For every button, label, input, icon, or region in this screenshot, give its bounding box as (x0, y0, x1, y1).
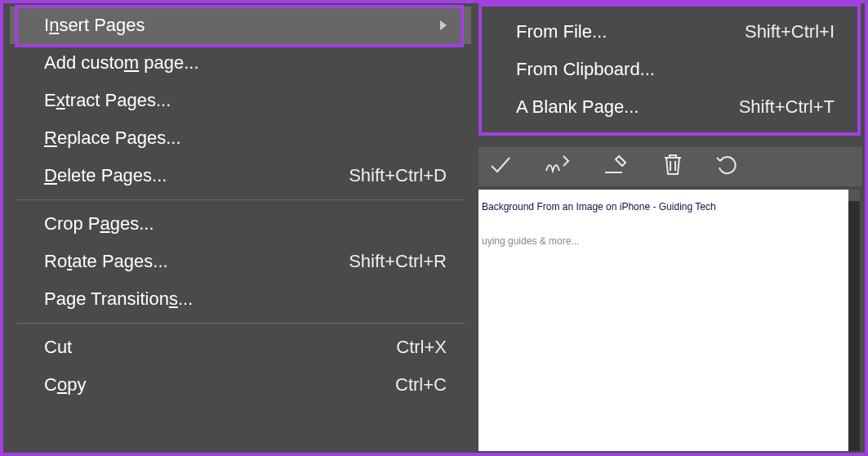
menu-item-crop-pages[interactable]: Crop Pages... (10, 205, 471, 243)
menu-item-rotate-pages[interactable]: Rotate Pages... Shift+Ctrl+R (10, 243, 471, 280)
menu-label: From File... (516, 21, 607, 42)
menu-item-insert-pages[interactable]: Insert Pages (10, 7, 471, 44)
document-page: Background From an Image on iPhone - Gui… (479, 190, 852, 451)
menu-label: Delete Pages... (44, 165, 167, 186)
vertical-scrollbar[interactable] (848, 190, 860, 451)
menu-label: Rotate Pages... (44, 251, 168, 272)
menu-item-copy[interactable]: Copy Ctrl+C (10, 366, 471, 404)
trash-icon[interactable] (661, 153, 684, 181)
menu-label: Page Transitions... (44, 288, 193, 310)
menu-label: Add custom page... (44, 52, 199, 74)
shortcut-text: Ctrl+X (396, 337, 447, 358)
menu-item-page-transitions[interactable]: Page Transitions... (10, 280, 471, 318)
menu-label: Copy (44, 374, 86, 396)
menu-label: Extract Pages... (44, 90, 171, 111)
menu-label: From Clipboard... (516, 59, 655, 80)
context-menu: Insert Pages Add custom page... Extract … (10, 3, 471, 404)
menu-item-extract-pages[interactable]: Extract Pages... (10, 82, 471, 119)
submenu-item-from-clipboard[interactable]: From Clipboard... (482, 51, 857, 88)
menu-label: Crop Pages... (44, 213, 154, 235)
menu-item-delete-pages[interactable]: Delete Pages... Shift+Ctrl+D (10, 157, 471, 194)
menu-item-cut[interactable]: Cut Ctrl+X (10, 329, 471, 366)
menu-item-replace-pages[interactable]: Replace Pages... (10, 119, 471, 157)
check-icon[interactable] (488, 153, 513, 181)
menu-label: A Blank Page... (516, 96, 639, 118)
menu-item-add-custom-page[interactable]: Add custom page... (10, 44, 471, 82)
insert-pages-submenu: From File... Shift+Ctrl+I From Clipboard… (479, 3, 861, 136)
menu-label: Replace Pages... (44, 127, 181, 149)
menu-separator (16, 323, 465, 324)
toolbar (479, 147, 862, 186)
draw-icon[interactable] (603, 153, 630, 181)
submenu-item-from-file[interactable]: From File... Shift+Ctrl+I (482, 13, 857, 51)
shortcut-text: Shift+Ctrl+R (349, 251, 447, 272)
shortcut-text: Shift+Ctrl+I (745, 21, 835, 42)
document-subtext: uying guides & more... (479, 235, 852, 247)
submenu-arrow-icon (440, 20, 447, 30)
submenu-item-blank-page[interactable]: A Blank Page... Shift+Ctrl+T (482, 88, 857, 126)
shortcut-text: Shift+Ctrl+T (739, 96, 835, 118)
sign-icon[interactable] (544, 153, 572, 181)
shortcut-text: Ctrl+C (395, 374, 447, 396)
shortcut-text: Shift+Ctrl+D (349, 165, 447, 186)
document-title: Background From an Image on iPhone - Gui… (479, 201, 852, 212)
menu-separator (16, 199, 465, 200)
menu-label: Cut (44, 337, 72, 358)
menu-label: Insert Pages (44, 15, 145, 36)
scrollbar-thumb[interactable] (848, 190, 860, 201)
rotate-icon[interactable] (715, 153, 740, 181)
